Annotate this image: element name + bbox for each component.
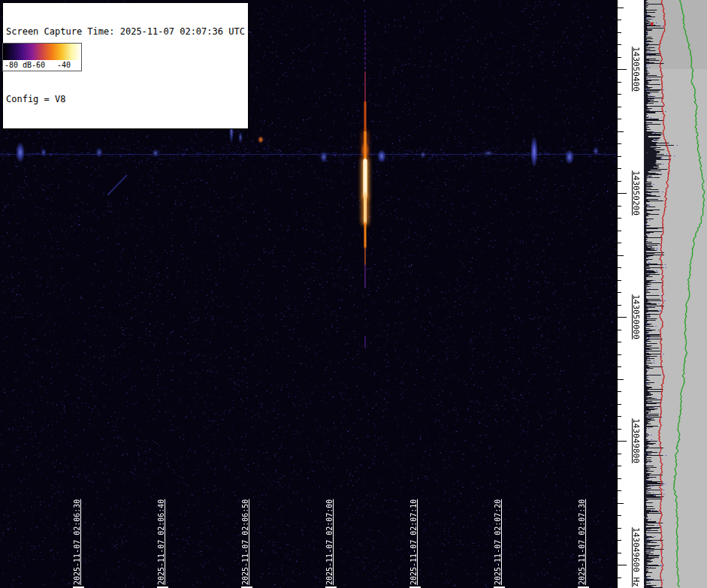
frequency-tick: [618, 57, 621, 58]
frequency-tick: [618, 69, 627, 70]
frequency-axis-label: 143050200: [631, 170, 641, 216]
frequency-tick: [618, 391, 621, 392]
frequency-tick: [618, 515, 621, 516]
frequency-tick: [618, 317, 627, 318]
frequency-tick: [618, 366, 621, 367]
frequency-tick: [618, 441, 627, 442]
frequency-tick: [618, 231, 621, 231]
intensity-colorbar: -80 dB-60-40: [2, 43, 82, 71]
frequency-tick: [618, 528, 621, 529]
frequency-tick: [618, 466, 621, 466]
frequency-tick: [618, 577, 621, 578]
spectrum-panel-canvas: [644, 0, 707, 588]
frequency-tick: [618, 379, 624, 380]
frequency-tick: [618, 168, 621, 169]
frequency-axis-label: 143050000: [631, 294, 641, 339]
colorbar-scale-labels: -80 dB-60-40: [3, 60, 81, 71]
frequency-tick: [618, 280, 621, 281]
frequency-tick: [618, 8, 624, 8]
frequency-tick: [618, 206, 621, 207]
frequency-tick: [618, 565, 627, 565]
frequency-tick: [618, 218, 621, 219]
frequency-tick: [618, 490, 621, 491]
colorbar-gradient: [3, 44, 81, 60]
frequency-tick: [618, 478, 621, 479]
frequency-tick: [618, 119, 621, 119]
frequency-tick: [618, 305, 621, 306]
frequency-tick: [618, 107, 621, 107]
frequency-tick: [618, 193, 627, 194]
frequency-tick: [618, 503, 624, 504]
frequency-tick: [618, 20, 621, 20]
frequency-tick: [618, 454, 621, 454]
config-text: Config = V8: [6, 94, 245, 105]
frequency-axis-label: 143049600 Hz: [631, 527, 641, 586]
frequency-tick: [618, 540, 621, 541]
frequency-tick: [618, 44, 621, 45]
frequency-tick: [618, 131, 624, 132]
frequency-tick: [618, 32, 621, 33]
frequency-tick: [618, 181, 621, 182]
frequency-tick: [618, 267, 621, 268]
frequency-axis-label: 143050400: [631, 47, 641, 92]
frequency-tick: [618, 255, 624, 256]
frequency-axis: 1430504001430502001430500001430498001430…: [617, 0, 644, 588]
frequency-tick: [618, 156, 621, 157]
spectrogram-screen-capture: 2025-11-07 02:06:302025-11-07 02:06:4020…: [0, 0, 707, 588]
frequency-axis-label: 143049800: [631, 418, 641, 463]
frequency-tick: [618, 429, 621, 430]
frequency-tick: [618, 82, 621, 83]
colorbar-label: -80 dB: [5, 61, 32, 69]
frequency-tick: [618, 416, 621, 417]
frequency-tick: [618, 243, 621, 243]
frequency-tick: [618, 292, 621, 293]
colorbar-label: -40: [57, 61, 71, 69]
frequency-tick: [618, 354, 621, 355]
colorbar-label: -60: [32, 61, 45, 69]
frequency-tick: [618, 404, 621, 405]
frequency-tick: [618, 553, 621, 553]
frequency-tick: [618, 94, 621, 95]
frequency-tick: [618, 342, 621, 342]
frequency-tick: [618, 330, 621, 330]
capture-time-text: Screen Capture Time: 2025-11-07 02:07:36…: [6, 26, 245, 38]
frequency-tick: [618, 143, 621, 144]
